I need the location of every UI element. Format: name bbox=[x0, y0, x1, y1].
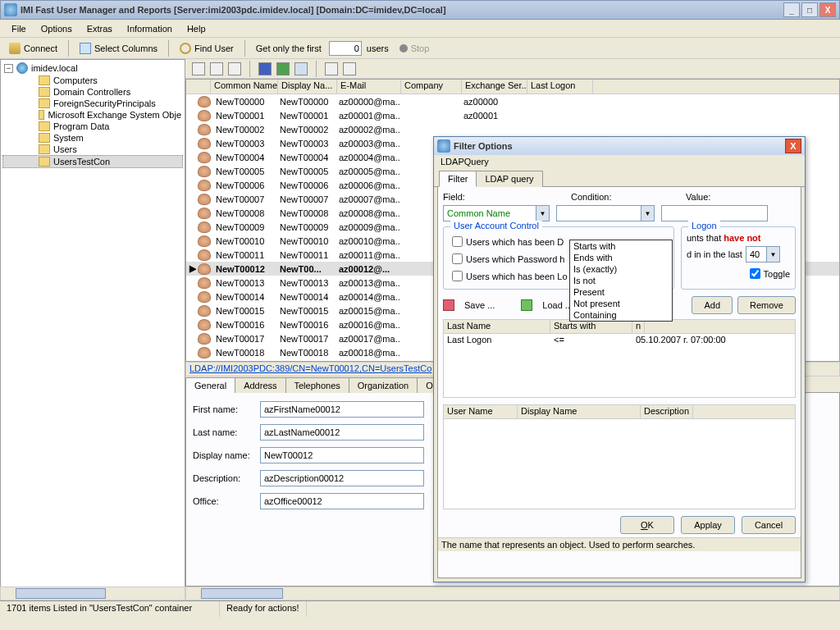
domain-tree[interactable]: −imidev.local ComputersDomain Controller… bbox=[0, 59, 185, 600]
stop-button[interactable]: Stop bbox=[394, 41, 436, 56]
tree-scrollbar[interactable] bbox=[0, 587, 185, 600]
condition-combo[interactable]: ▼ bbox=[556, 205, 655, 221]
copy-icon[interactable] bbox=[343, 62, 356, 75]
properties-icon[interactable] bbox=[325, 62, 338, 75]
opt-present[interactable]: Present bbox=[570, 286, 672, 298]
get-first-count[interactable] bbox=[329, 41, 362, 56]
opt-is-exactly[interactable]: Is (exactly) bbox=[570, 263, 672, 275]
add-button[interactable]: Add bbox=[692, 296, 733, 314]
folder-icon bbox=[39, 87, 50, 97]
col-company[interactable]: Company bbox=[401, 80, 462, 94]
col-logon[interactable]: Last Logon bbox=[527, 80, 593, 94]
status-right: Ready for actions! bbox=[220, 601, 307, 617]
tree-item-program data[interactable]: Program Data bbox=[2, 121, 183, 132]
display-name-field[interactable] bbox=[260, 447, 424, 463]
user-icon bbox=[198, 235, 211, 247]
opt-containing[interactable]: Containing bbox=[570, 309, 672, 321]
table-row[interactable]: NewT00002NewT00002az00002@ma... bbox=[186, 122, 839, 136]
align-right-icon[interactable] bbox=[228, 62, 241, 75]
list-item[interactable]: Last Logon <= 05.10.2007 г. 07:00:00 bbox=[444, 334, 795, 345]
tab-general[interactable]: General bbox=[185, 377, 235, 393]
filter-dialog: Filter Options X LDAPQuery Filter LDAP q… bbox=[433, 136, 806, 582]
office-field[interactable] bbox=[260, 493, 424, 509]
apply-button[interactable]: Applay bbox=[681, 516, 735, 534]
user-icon bbox=[198, 305, 211, 317]
logon-legend: Logon bbox=[688, 221, 720, 231]
user-icon bbox=[198, 194, 211, 205]
tree-item-domain controllers[interactable]: Domain Controllers bbox=[2, 86, 183, 98]
logon-days-combo[interactable]: 40▼ bbox=[746, 246, 780, 262]
field-combo[interactable]: Common Name▼ bbox=[443, 205, 550, 221]
save-icon[interactable] bbox=[258, 62, 272, 75]
tree-item-userstestcon[interactable]: UsersTestCon bbox=[2, 155, 183, 168]
align-center-icon[interactable] bbox=[210, 62, 223, 75]
ok-button[interactable]: OOKK bbox=[620, 516, 674, 534]
horizontal-scrollbar[interactable] bbox=[185, 587, 840, 600]
tab-organization[interactable]: Organization bbox=[349, 377, 418, 393]
load-button[interactable]: Load ... bbox=[542, 300, 573, 310]
columns-icon bbox=[80, 43, 91, 54]
logon-group: Logon unts that have not d in in the las… bbox=[681, 226, 796, 290]
preview-list-header: User Name Display Name Description bbox=[443, 404, 796, 419]
main-toolbar: Connect Select Columns Find User Get onl… bbox=[0, 38, 840, 59]
grid-toolbar bbox=[185, 59, 840, 79]
tab-filter[interactable]: Filter bbox=[439, 171, 477, 187]
dialog-title: Filter Options bbox=[454, 141, 513, 151]
first-name-field[interactable] bbox=[260, 401, 424, 418]
tab-address[interactable]: Address bbox=[235, 377, 285, 393]
status-bar: 1701 items Listed in "UsersTestCon" cont… bbox=[0, 600, 840, 617]
tree-item-foreignsecurityprincipals[interactable]: ForeignSecurityPrincipals bbox=[2, 98, 183, 109]
menu-file[interactable]: File bbox=[5, 22, 33, 35]
criteria-list[interactable]: Last Logon <= 05.10.2007 г. 07:00:00 bbox=[443, 334, 796, 398]
cancel-button[interactable]: Cancel bbox=[742, 516, 796, 534]
condition-dropdown[interactable]: Starts with Ends with Is (exactly) Is no… bbox=[569, 240, 673, 322]
display-name-label: Display name: bbox=[193, 450, 260, 460]
user-icon bbox=[198, 110, 211, 121]
select-columns-button[interactable]: Select Columns bbox=[74, 40, 163, 57]
col-email[interactable]: E-Mail bbox=[337, 80, 401, 94]
toggle-check[interactable]: Toggle bbox=[687, 266, 790, 281]
table-row[interactable]: NewT00001NewT00001az00001@ma...az00001 bbox=[186, 108, 839, 122]
tree-item-users[interactable]: Users bbox=[2, 144, 183, 155]
description-field[interactable] bbox=[260, 470, 424, 486]
col-exchange[interactable]: Exchange Ser... bbox=[462, 80, 527, 94]
opt-not-present[interactable]: Not present bbox=[570, 298, 672, 309]
preview-list[interactable] bbox=[443, 419, 796, 509]
remove-button[interactable]: Remove bbox=[737, 296, 796, 314]
table-row[interactable]: NewT00000NewT00000az00000@ma...az00000 bbox=[186, 94, 839, 108]
user-icon bbox=[198, 208, 211, 219]
menu-extras[interactable]: Extras bbox=[80, 22, 119, 35]
refresh-icon[interactable] bbox=[294, 62, 308, 75]
tree-item-system[interactable]: System bbox=[2, 132, 183, 144]
load-icon bbox=[521, 299, 532, 311]
user-icon bbox=[198, 347, 211, 358]
value-input[interactable] bbox=[661, 205, 768, 221]
menu-options[interactable]: Options bbox=[34, 22, 79, 35]
dialog-close-button[interactable]: X bbox=[785, 139, 801, 153]
user-icon bbox=[198, 277, 211, 289]
tree-root[interactable]: −imidev.local bbox=[2, 62, 183, 75]
opt-starts-with[interactable]: Starts with bbox=[570, 240, 672, 252]
export-icon[interactable] bbox=[276, 62, 290, 75]
menu-help[interactable]: Help bbox=[180, 22, 212, 35]
tree-item-microsoft exchange system obje[interactable]: Microsoft Exchange System Obje bbox=[2, 109, 183, 121]
grid-header[interactable]: Common Name Display Na... E-Mail Company… bbox=[186, 80, 839, 94]
tab-ldap-query[interactable]: LDAP query bbox=[476, 171, 542, 187]
save-button[interactable]: Save ... bbox=[464, 300, 495, 310]
last-name-field[interactable] bbox=[260, 424, 424, 441]
minimize-button[interactable]: _ bbox=[783, 2, 800, 17]
find-user-button[interactable]: Find User bbox=[174, 40, 240, 57]
opt-is-not[interactable]: Is not bbox=[570, 275, 672, 286]
user-icon bbox=[198, 291, 211, 303]
tab-telephones[interactable]: Telephones bbox=[285, 377, 349, 393]
col-dn[interactable]: Display Na... bbox=[278, 80, 337, 94]
tree-item-computers[interactable]: Computers bbox=[2, 75, 183, 86]
maximize-button[interactable]: □ bbox=[801, 2, 818, 17]
close-button[interactable]: X bbox=[819, 2, 836, 17]
align-left-icon[interactable] bbox=[192, 62, 205, 75]
user-icon bbox=[198, 138, 211, 149]
col-cn[interactable]: Common Name bbox=[211, 80, 278, 94]
menu-information[interactable]: Information bbox=[121, 22, 179, 35]
connect-button[interactable]: Connect bbox=[3, 40, 63, 57]
opt-ends-with[interactable]: Ends with bbox=[570, 252, 672, 263]
